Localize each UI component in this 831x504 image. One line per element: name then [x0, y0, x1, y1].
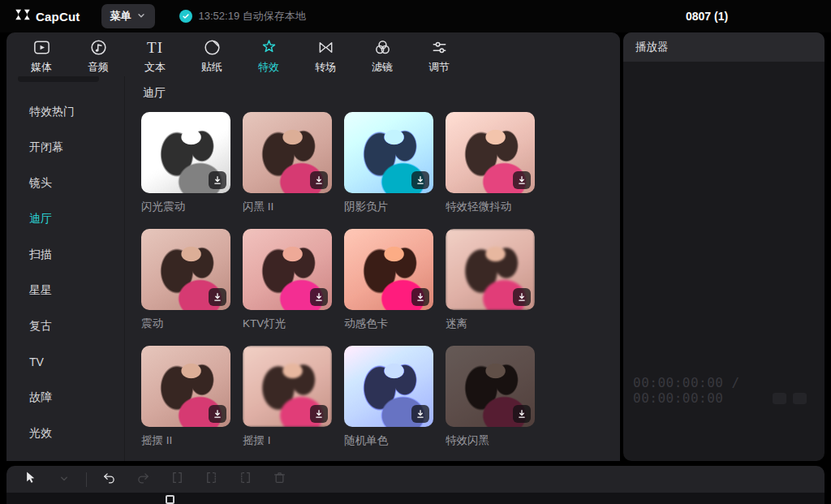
- tab-label: 文本: [144, 60, 166, 75]
- effect-item[interactable]: 闪黑 II: [243, 112, 332, 214]
- sidebar-item-复古[interactable]: 复古: [6, 308, 124, 344]
- effect-thumbnail[interactable]: [243, 346, 332, 427]
- effect-thumbnail[interactable]: [141, 346, 230, 427]
- redo-icon: [136, 470, 151, 489]
- effect-name: 震动: [141, 317, 230, 331]
- download-icon[interactable]: [310, 288, 328, 306]
- delete-icon: [272, 470, 287, 489]
- effects-grid: 闪光震动闪黑 II阴影负片特效轻微抖动震动KTV灯光动感色卡迷离摇摆 II摇摆 …: [141, 112, 620, 448]
- trim-right-button[interactable]: [231, 468, 259, 491]
- effect-item[interactable]: 随机单色: [344, 346, 433, 448]
- menu-button-label: 菜单: [110, 9, 131, 24]
- tab-贴纸[interactable]: 贴纸: [183, 35, 240, 75]
- tab-调节[interactable]: 调节: [411, 35, 467, 75]
- effect-thumbnail[interactable]: [141, 229, 230, 310]
- effect-item[interactable]: 特效轻微抖动: [446, 112, 535, 214]
- tab-文本[interactable]: TI文本: [127, 35, 183, 75]
- tab-滤镜[interactable]: 滤镜: [354, 35, 411, 75]
- tab-label: 贴纸: [201, 60, 222, 75]
- chevron-down-icon: [59, 472, 69, 487]
- delete-button[interactable]: [265, 468, 293, 491]
- effect-item[interactable]: 特效闪黑: [446, 346, 535, 448]
- download-icon[interactable]: [209, 405, 226, 423]
- sidebar-item-label: 镜头: [29, 176, 52, 191]
- effects-grid-area: 迪厅 闪光震动闪黑 II阴影负片特效轻微抖动震动KTV灯光动感色卡迷离摇摆 II…: [125, 76, 620, 461]
- playhead-marker[interactable]: [166, 495, 174, 504]
- download-icon[interactable]: [310, 171, 328, 189]
- tab-label: 滤镜: [372, 60, 393, 75]
- download-icon[interactable]: [310, 405, 328, 423]
- sidebar-item-扫描[interactable]: 扫描: [6, 237, 124, 273]
- tab-音频[interactable]: 音频: [70, 35, 127, 75]
- chevron-down-icon: [136, 11, 146, 23]
- effect-name: 随机单色: [344, 433, 433, 448]
- sidebar-item-label: 迪厅: [29, 212, 52, 226]
- sidebar-item-光效[interactable]: 光效: [6, 416, 124, 451]
- effect-name: 阴影负片: [344, 200, 433, 214]
- effect-thumbnail[interactable]: [446, 112, 535, 193]
- download-icon[interactable]: [209, 288, 226, 306]
- sidebar-item-故障[interactable]: 故障: [6, 380, 124, 416]
- sidebar-item-开闭幕[interactable]: 开闭幕: [6, 130, 124, 166]
- player-viewport: 00:00:00:00 / 00:00:00:00: [623, 62, 825, 461]
- section-title: 迪厅: [143, 86, 620, 101]
- fit-ratio-icon[interactable]: [773, 393, 786, 404]
- effect-item[interactable]: 阴影负片: [344, 112, 433, 214]
- sidebar-item-镜头[interactable]: 镜头: [6, 166, 124, 201]
- capcut-logo-text: CapCut: [36, 10, 80, 24]
- tab-转场[interactable]: 转场: [297, 35, 354, 75]
- topbar: CapCut 菜单 13:52:19 自动保存本地 0807 (1): [0, 0, 831, 32]
- trim-left-button[interactable]: [197, 468, 225, 491]
- menu-button[interactable]: 菜单: [101, 4, 155, 28]
- fullscreen-icon[interactable]: [793, 393, 807, 404]
- effect-item[interactable]: 动感色卡: [344, 229, 433, 331]
- main-tabs: 媒体音频TI文本贴纸特效转场滤镜调节: [6, 32, 620, 76]
- media-icon: [32, 38, 51, 58]
- effect-thumbnail[interactable]: [243, 112, 332, 193]
- split-button[interactable]: [163, 468, 191, 491]
- effect-item[interactable]: 迷离: [446, 229, 535, 331]
- effect-thumbnail[interactable]: [446, 229, 535, 310]
- sidebar-item-TV[interactable]: TV: [6, 344, 124, 380]
- sidebar-item-星星[interactable]: 星星: [6, 273, 124, 308]
- tabs-scrollbar[interactable]: [18, 76, 99, 82]
- effect-item[interactable]: KTV灯光: [243, 229, 332, 331]
- download-icon[interactable]: [209, 171, 226, 189]
- sidebar-item-label: 故障: [29, 390, 52, 405]
- effect-name: 摇摆 II: [141, 433, 230, 448]
- tab-label: 媒体: [31, 60, 52, 75]
- effect-thumbnail[interactable]: [344, 112, 433, 193]
- download-icon[interactable]: [411, 405, 429, 423]
- effect-item[interactable]: 摇摆 I: [243, 346, 332, 448]
- sidebar-item-迪厅[interactable]: 迪厅: [6, 201, 124, 237]
- capcut-logo-icon: [15, 8, 31, 24]
- effect-thumbnail[interactable]: [141, 112, 230, 193]
- download-icon[interactable]: [513, 288, 531, 306]
- effect-thumbnail[interactable]: [446, 346, 535, 427]
- sidebar-item-特效热门[interactable]: 特效热门: [6, 94, 124, 130]
- sidebar-item-label: 扫描: [29, 248, 52, 262]
- undo-button[interactable]: [95, 468, 123, 491]
- effect-thumbnail[interactable]: [243, 229, 332, 310]
- download-icon[interactable]: [411, 171, 429, 189]
- select-tool-button[interactable]: [16, 468, 44, 491]
- tab-媒体[interactable]: 媒体: [13, 35, 70, 75]
- effect-thumbnail[interactable]: [344, 229, 433, 310]
- download-icon[interactable]: [513, 405, 531, 423]
- assets-panel: 媒体音频TI文本贴纸特效转场滤镜调节 特效热门开闭幕镜头迪厅扫描星星复古TV故障…: [6, 32, 620, 461]
- audio-icon: [89, 38, 108, 58]
- effect-item[interactable]: 震动: [141, 229, 230, 331]
- timeline-strip[interactable]: [6, 493, 825, 504]
- redo-button[interactable]: [129, 468, 157, 491]
- player-panel: 播放器 00:00:00:00 / 00:00:00:00: [623, 32, 825, 461]
- sidebar-item-扭曲[interactable]: 扭曲: [6, 451, 124, 461]
- download-icon[interactable]: [411, 288, 429, 306]
- tab-特效[interactable]: 特效: [240, 35, 297, 75]
- effect-item[interactable]: 摇摆 II: [141, 346, 230, 448]
- sticker-icon: [203, 38, 222, 58]
- download-icon[interactable]: [513, 171, 531, 189]
- effect-thumbnail[interactable]: [344, 346, 433, 427]
- effect-item[interactable]: 闪光震动: [141, 112, 230, 214]
- select-tool-dropdown[interactable]: [50, 468, 78, 491]
- cursor-icon: [23, 470, 38, 489]
